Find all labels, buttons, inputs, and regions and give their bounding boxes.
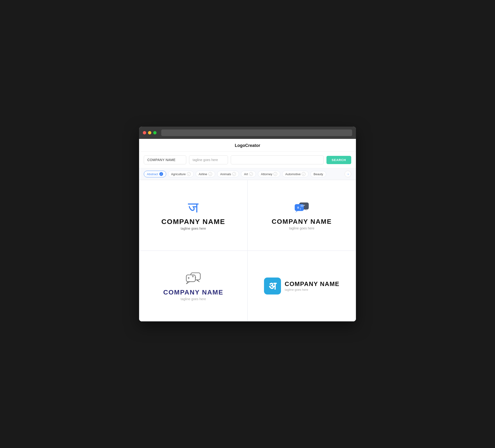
logo4-text-block: COMPANY NAME tagline goes here — [285, 280, 339, 292]
logo1-company-name: COMPANY NAME — [161, 218, 225, 226]
next-category-arrow[interactable]: → — [345, 171, 351, 177]
titlebar — [139, 127, 356, 139]
logo-grid: ज COMPANY NAME tagline goes here — [139, 180, 356, 321]
logo-card-1[interactable]: ज COMPANY NAME tagline goes here — [139, 180, 248, 251]
svg-rect-5 — [301, 206, 304, 207]
search-button[interactable]: SEARCH — [327, 156, 351, 164]
logo4-row: अ COMPANY NAME tagline goes here — [264, 278, 339, 294]
maximize-button[interactable] — [153, 131, 156, 134]
svg-marker-1 — [305, 210, 308, 211]
svg-text:T: T — [300, 208, 301, 210]
svg-text:ठ: ठ — [297, 206, 299, 209]
category-chip-airline[interactable]: Airline ✓ — [196, 171, 215, 177]
category-label-airline: Airline — [199, 172, 207, 176]
category-label-abstract: Abstract — [147, 172, 158, 176]
logo2-company-name: COMPANY NAME — [272, 218, 332, 225]
check-icon-airline: ✓ — [208, 172, 212, 176]
logo1-tagline: tagline goes here — [180, 227, 206, 230]
check-icon-abstract: ✓ — [159, 172, 163, 176]
app-title: LogoCreator — [235, 143, 260, 148]
icon-search-input[interactable] — [231, 155, 324, 164]
category-chip-automotive[interactable]: Automotive ✓ — [282, 171, 309, 177]
close-button[interactable] — [143, 131, 146, 134]
logo-card-3[interactable]: ठ T ठ COMPANY NAME tagline goes here — [139, 251, 248, 321]
category-label-automotive: Automotive — [285, 172, 301, 176]
check-icon-automotive: ✓ — [302, 172, 305, 176]
check-icon-animals: ✓ — [232, 172, 236, 176]
check-icon-attorney: ✓ — [274, 172, 277, 176]
chat-bubbles-outline-icon: ठ T ठ — [185, 271, 202, 285]
svg-marker-11 — [186, 282, 190, 284]
logo2-tagline: tagline goes here — [289, 226, 314, 230]
category-chip-art[interactable]: Art ✓ — [241, 171, 256, 177]
category-chip-abstract[interactable]: Abstract ✓ — [144, 171, 166, 177]
svg-rect-4 — [301, 205, 305, 206]
logo3-company-name: COMPANY NAME — [163, 289, 223, 296]
category-label-animals: Animals — [220, 172, 231, 176]
svg-text:ठ: ठ — [188, 277, 190, 280]
browser-window: LogoCreator SEARCH Abstract ✓ Agricultur… — [139, 127, 356, 321]
chat-bubbles-filled-icon: ठ T — [293, 200, 310, 215]
category-chip-agriculture[interactable]: Agriculture ✓ — [168, 171, 194, 177]
logo4-tagline: tagline goes here — [285, 288, 339, 292]
logo-card-2[interactable]: ठ T COMPANY NAME tagline goes here — [248, 180, 356, 251]
url-bar[interactable] — [161, 129, 352, 136]
svg-text:T: T — [195, 277, 196, 279]
svg-marker-9 — [196, 280, 199, 282]
category-chip-beauty[interactable]: Beauty — [310, 171, 326, 177]
svg-marker-3 — [295, 211, 298, 213]
logo4-company-name: COMPANY NAME — [285, 280, 339, 287]
tagline-input[interactable] — [189, 155, 228, 164]
devanagari-a-box-icon: अ — [264, 278, 281, 294]
svg-text:ठ: ठ — [192, 275, 194, 278]
logo3-tagline: tagline goes here — [180, 297, 206, 301]
category-label-agriculture: Agriculture — [171, 172, 186, 176]
logo-card-4[interactable]: अ COMPANY NAME tagline goes here — [248, 251, 356, 321]
svg-rect-10 — [186, 275, 195, 282]
browser-content: LogoCreator SEARCH Abstract ✓ Agricultur… — [139, 139, 356, 321]
category-label-beauty: Beauty — [314, 172, 323, 176]
minimize-button[interactable] — [148, 131, 151, 134]
category-chip-attorney[interactable]: Attorney ✓ — [258, 171, 280, 177]
check-icon-art: ✓ — [249, 172, 253, 176]
check-icon-agriculture: ✓ — [187, 172, 191, 176]
company-name-input[interactable] — [144, 155, 186, 164]
category-chip-animals[interactable]: Animals ✓ — [217, 171, 239, 177]
category-label-attorney: Attorney — [261, 172, 272, 176]
devanagari-ja-icon: ज — [188, 200, 198, 215]
category-label-art: Art — [244, 172, 248, 176]
app-header: LogoCreator — [139, 139, 356, 152]
search-bar: SEARCH — [139, 152, 356, 168]
category-bar: Abstract ✓ Agriculture ✓ Airline ✓ Anima… — [139, 168, 356, 180]
